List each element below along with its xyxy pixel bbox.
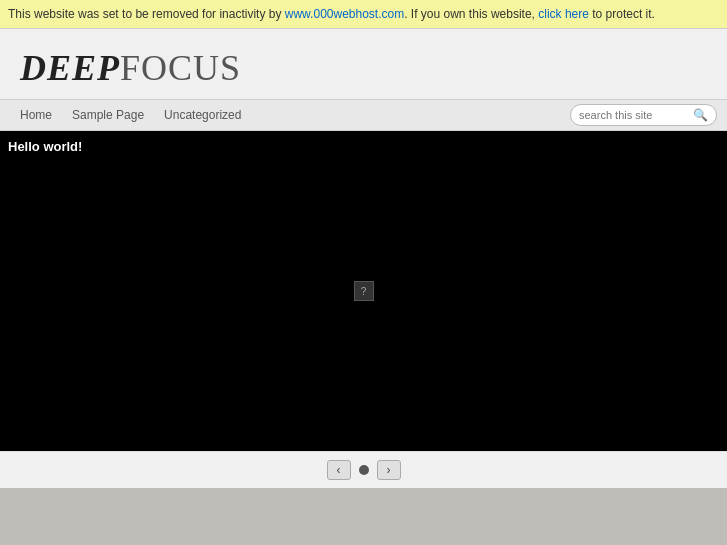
- nav-link-uncategorized[interactable]: Uncategorized: [154, 99, 251, 131]
- site-header: DEEPFOCUS: [0, 29, 727, 99]
- title-focus: FOCUS: [120, 48, 241, 88]
- nav-bar: Home Sample Page Uncategorized 🔍: [0, 99, 727, 131]
- footer: [0, 488, 727, 528]
- webhost-link[interactable]: www.000webhost.com: [285, 7, 404, 21]
- warning-text-middle: . If you own this website,: [404, 7, 538, 21]
- search-input[interactable]: [579, 109, 689, 121]
- nav-link-home[interactable]: Home: [10, 99, 62, 131]
- click-here-link[interactable]: click here: [538, 7, 589, 21]
- slider-prev-button[interactable]: ‹: [327, 460, 351, 480]
- nav-links: Home Sample Page Uncategorized: [10, 99, 251, 131]
- slider-controls: ‹ ›: [0, 451, 727, 488]
- warning-text-before: This website was set to be removed for i…: [8, 7, 285, 21]
- hello-world-text: Hello world!: [8, 139, 82, 154]
- search-icon: 🔍: [693, 108, 708, 122]
- site-title: DEEPFOCUS: [20, 47, 707, 89]
- slider-dot: [359, 465, 369, 475]
- warning-text-after: to protect it.: [589, 7, 655, 21]
- slider-next-button[interactable]: ›: [377, 460, 401, 480]
- title-deep: DEEP: [20, 48, 120, 88]
- warning-banner: This website was set to be removed for i…: [0, 0, 727, 29]
- search-box[interactable]: 🔍: [570, 104, 717, 126]
- broken-image-icon: ?: [354, 281, 374, 301]
- main-content: Hello world! ?: [0, 131, 727, 451]
- nav-link-sample-page[interactable]: Sample Page: [62, 99, 154, 131]
